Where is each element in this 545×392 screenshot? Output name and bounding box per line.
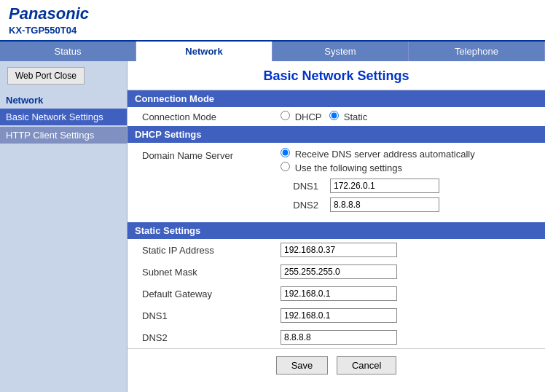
table-row: Static IP Address — [128, 239, 545, 261]
sidebar-item-http-client[interactable]: HTTP Client Settings — [0, 127, 127, 144]
cancel-button[interactable]: Cancel — [337, 356, 396, 375]
domain-name-server-label: Domain Name Server — [128, 144, 273, 218]
dhcp-option[interactable]: DHCP — [281, 111, 324, 122]
dhcp-dns2-label: DNS2 — [281, 195, 324, 214]
sidebar-section-network: Network — [0, 90, 127, 109]
connection-mode-header: Connection Mode — [128, 90, 545, 107]
table-row: Subnet Mask — [128, 261, 545, 283]
dhcp-dns1-label: DNS1 — [281, 176, 324, 195]
static-field-input-dns2[interactable] — [281, 330, 397, 345]
manual-dns-radio[interactable] — [281, 162, 290, 171]
dhcp-label: DHCP — [295, 111, 322, 122]
static-field-input-default-gateway[interactable] — [281, 286, 397, 301]
static-field-label-dns2: DNS2 — [128, 326, 273, 348]
static-label: Static — [344, 111, 368, 122]
dhcp-radio[interactable] — [281, 111, 290, 120]
static-field-input-static-ip[interactable] — [281, 243, 397, 257]
static-field-label-default-gateway: Default Gateway — [128, 283, 273, 305]
auto-dns-label: Receive DNS server address automatically — [295, 149, 475, 160]
static-field-label-dns1: DNS1 — [128, 305, 273, 326]
button-bar: Save Cancel — [128, 348, 545, 382]
manual-dns-option[interactable]: Use the following settings — [281, 162, 402, 173]
model-number: KX-TGP550T04 — [9, 25, 89, 36]
static-field-input-dns1[interactable] — [281, 308, 397, 323]
save-button[interactable]: Save — [276, 356, 329, 375]
auto-dns-radio[interactable] — [281, 148, 290, 157]
manual-dns-label: Use the following settings — [295, 162, 402, 173]
static-field-label-static-ip: Static IP Address — [128, 239, 273, 261]
connection-mode-label: Connection Mode — [128, 107, 273, 126]
dns-options-cell: Receive DNS server address automatically… — [273, 144, 545, 218]
web-port-button[interactable]: Web Port Close — [7, 67, 85, 85]
brand-logo: Panasonic — [9, 4, 89, 23]
page-title: Basic Network Settings — [128, 61, 545, 90]
content-area: Basic Network Settings Connection Mode C… — [128, 61, 545, 392]
auto-dns-option[interactable]: Receive DNS server address automatically — [281, 149, 475, 160]
tab-network[interactable]: Network — [136, 42, 272, 61]
table-row: Default Gateway — [128, 283, 545, 305]
sidebar-item-basic-network[interactable]: Basic Network Settings — [0, 109, 127, 125]
dhcp-settings-header: DHCP Settings — [128, 126, 545, 143]
nav-tabs: Status Network System Telephone — [0, 42, 545, 61]
static-field-label-subnet-mask: Subnet Mask — [128, 261, 273, 283]
dhcp-dns1-input[interactable] — [330, 179, 439, 193]
tab-telephone[interactable]: Telephone — [409, 42, 545, 61]
table-row: DNS1 — [128, 305, 545, 326]
table-row: DNS2 — [128, 326, 545, 348]
sidebar: Web Port Close Network Basic Network Set… — [0, 61, 128, 392]
tab-system[interactable]: System — [272, 42, 409, 61]
dhcp-dns2-input[interactable] — [330, 197, 439, 212]
static-option[interactable]: Static — [329, 111, 367, 122]
static-radio[interactable] — [329, 111, 339, 120]
static-settings-header: Static Settings — [128, 222, 545, 239]
tab-status[interactable]: Status — [0, 42, 136, 61]
connection-mode-options: DHCP Static — [273, 107, 545, 126]
static-field-input-subnet-mask[interactable] — [281, 264, 397, 279]
